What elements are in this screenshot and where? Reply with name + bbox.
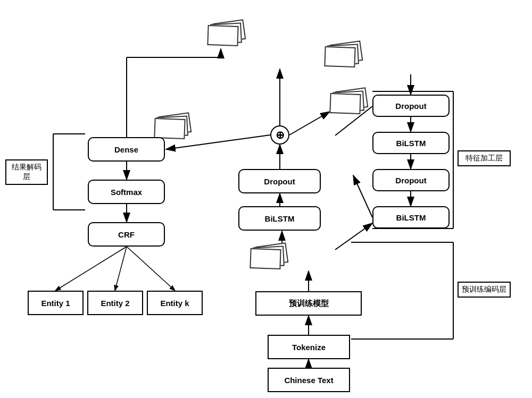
diagram: ⊕ Chinese Text Tokenize 预训练模型 BiLSTM Dro…: [0, 0, 532, 398]
bilstm-r1-box: BiLSTM: [372, 206, 450, 228]
svg-line-20: [335, 223, 372, 250]
svg-line-14: [127, 247, 175, 291]
chinese-text-box: Chinese Text: [268, 368, 350, 392]
chinese-text-label: Chinese Text: [284, 376, 333, 385]
dropout-mid-box: Dropout: [238, 169, 321, 193]
svg-line-19: [353, 175, 372, 217]
tokenize-label: Tokenize: [292, 343, 326, 352]
entity1-box: Entity 1: [28, 291, 84, 315]
svg-line-13: [115, 247, 127, 291]
softmax-box: Softmax: [88, 180, 165, 204]
tokenize-box: Tokenize: [268, 335, 350, 359]
entity1-label: Entity 1: [41, 299, 70, 308]
pretrain-model-box: 预训练模型: [255, 291, 362, 316]
bracket-jieguo: 结果解码层: [5, 159, 48, 185]
bilstm-r2-box: BiLSTM: [372, 132, 450, 154]
bilstm-r1-label: BiLSTM: [396, 213, 426, 222]
svg-line-12: [55, 247, 127, 291]
bilstm1-label: BiLSTM: [265, 214, 295, 223]
dropout-r2-box: Dropout: [372, 95, 450, 117]
svg-line-21: [289, 112, 330, 135]
crf-box: CRF: [88, 222, 165, 247]
dense-box: Dense: [88, 137, 165, 162]
bracket-yuxun: 预训练编码层: [458, 282, 511, 298]
dropout-r1-box: Dropout: [372, 169, 450, 191]
diagram-overlay: [0, 0, 532, 398]
dense-label: Dense: [114, 145, 138, 154]
yuxun-label: 预训练编码层: [462, 285, 506, 293]
dropout-mid-label: Dropout: [264, 177, 295, 186]
bilstm-r2-label: BiLSTM: [396, 139, 426, 148]
dropout-r1-label: Dropout: [395, 176, 426, 185]
tezheng-label: 特征加工层: [466, 154, 503, 162]
entity2-box: Entity 2: [87, 291, 143, 315]
plus-symbol: ⊕: [276, 129, 285, 141]
bracket-tezheng: 特征加工层: [458, 150, 511, 166]
entity2-label: Entity 2: [101, 299, 129, 308]
bilstm1-box: BiLSTM: [238, 206, 321, 231]
crf-label: CRF: [118, 230, 135, 239]
entityk-label: Entity k: [160, 299, 189, 308]
softmax-label: Softmax: [111, 188, 142, 197]
dropout-r2-label: Dropout: [395, 101, 426, 111]
pretrain-label: 预训练模型: [289, 299, 329, 309]
entityk-box: Entity k: [147, 291, 203, 315]
jieguo-label: 结果解码层: [12, 163, 41, 181]
plus-circle: ⊕: [270, 125, 289, 145]
